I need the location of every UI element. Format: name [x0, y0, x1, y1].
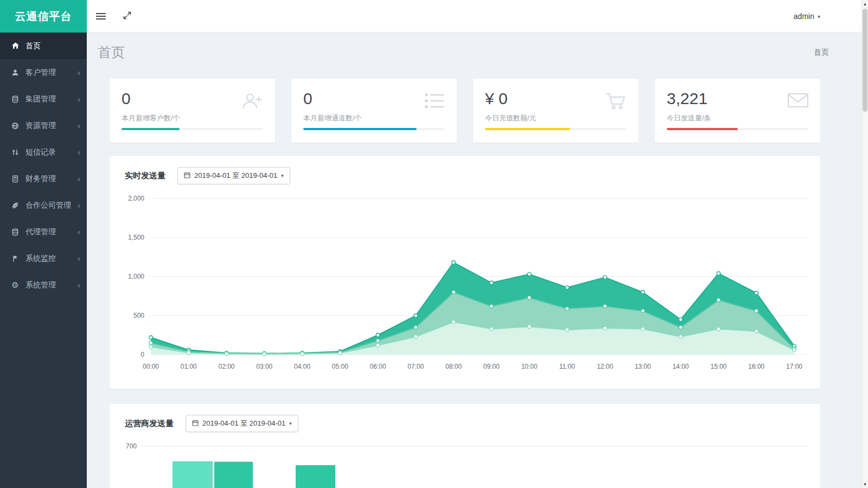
calendar-icon: [184, 172, 190, 180]
date-range-picker[interactable]: 2019-04-01 至 2019-04-01 ▾: [177, 167, 290, 184]
sidebar-item-agents[interactable]: 代理管理 ‹: [0, 219, 87, 245]
expand-icon: [123, 11, 132, 22]
gears-icon: ⚙: [10, 281, 21, 289]
sidebar-item-partners[interactable]: 合作公司管理 ‹: [0, 192, 87, 219]
sidebar-item-label: 财务管理: [25, 174, 56, 184]
chevron-left-icon: ‹: [78, 148, 80, 156]
sidebar-item-label: 系统管理: [25, 280, 56, 290]
user-plus-icon: [241, 92, 264, 113]
realtime-chart-card: 实时发送量 2019-04-01 至 2019-04-01 ▾ 05001,00…: [110, 156, 820, 389]
svg-text:01:00: 01:00: [181, 363, 197, 370]
caret-down-icon: ▾: [281, 173, 284, 178]
svg-text:07:00: 07:00: [407, 363, 424, 370]
svg-text:500: 500: [133, 312, 144, 319]
sidebar-item-resources[interactable]: 资源管理 ‹: [0, 112, 87, 139]
progress-fill: [667, 128, 738, 130]
sidebar-item-finance[interactable]: 财务管理 ‹: [0, 165, 87, 192]
progress-track: [122, 128, 263, 130]
chevron-left-icon: ‹: [78, 281, 80, 289]
sidebar-item-label: 集团管理: [25, 94, 56, 104]
scrollbar-thumb[interactable]: [863, 9, 867, 112]
chevron-left-icon: ‹: [78, 201, 80, 209]
page-title: 首页: [98, 43, 125, 61]
flag-icon: [10, 255, 21, 262]
sidebar-item-groups[interactable]: 集团管理 ‹: [0, 86, 87, 112]
stat-card-new-channels: 0 本月新增通道数/个: [291, 79, 457, 143]
stat-label: 本月新增通道数/个: [303, 113, 445, 123]
svg-text:03:00: 03:00: [256, 363, 272, 370]
stat-card-new-customers: 0 本月新增客户数/个: [110, 79, 275, 143]
main-content: 首页 首页 0 本月新增客户数/个 0 本月新增通道数/个: [87, 33, 868, 488]
sidebar-item-label: 资源管理: [25, 121, 56, 131]
svg-text:00:00: 00:00: [143, 363, 159, 370]
stat-label: 本月新增客户数/个: [122, 113, 263, 123]
svg-text:08:00: 08:00: [445, 363, 462, 370]
date-range-picker[interactable]: 2019-04-01 至 2019-04-01 ▾: [186, 415, 298, 432]
progress-track: [667, 128, 808, 130]
sidebar-item-home[interactable]: 首页: [0, 33, 87, 59]
svg-text:11:00: 11:00: [559, 363, 575, 370]
date-range-text: 2019-04-01 至 2019-04-01: [194, 171, 277, 181]
stat-cards-row: 0 本月新增客户数/个 0 本月新增通道数/个: [110, 79, 820, 143]
svg-text:14:00: 14:00: [673, 363, 689, 370]
svg-text:12:00: 12:00: [597, 363, 613, 370]
date-range-text: 2019-04-01 至 2019-04-01: [202, 419, 285, 428]
stat-card-sent-today: 3,221 今日发送量/条: [655, 79, 820, 143]
database-icon: [10, 95, 21, 103]
caret-down-icon: ▾: [289, 421, 292, 426]
sidebar-item-system[interactable]: ⚙ 系统管理 ‹: [0, 272, 87, 298]
fullscreen-button[interactable]: [115, 0, 139, 33]
sidebar-item-label: 短信记录: [25, 147, 56, 157]
svg-text:2,000: 2,000: [128, 195, 144, 202]
svg-text:1,500: 1,500: [128, 234, 144, 241]
calendar-icon: [192, 420, 199, 428]
svg-text:06:00: 06:00: [370, 363, 386, 370]
chevron-left-icon: ‹: [78, 175, 80, 183]
sidebar-item-label: 代理管理: [25, 227, 56, 237]
scroll-down-icon[interactable]: ▼: [862, 481, 868, 487]
calculator-icon: [10, 175, 21, 183]
brand-logo: 云通信平台: [0, 0, 87, 33]
stat-label: 今日发送量/条: [667, 113, 808, 123]
chevron-left-icon: ‹: [78, 228, 80, 236]
breadcrumb-home-link[interactable]: 首页: [814, 48, 829, 57]
sidebar-item-label: 系统监控: [25, 254, 56, 264]
sidebar-item-label: 合作公司管理: [25, 201, 71, 210]
database-icon: [10, 228, 21, 236]
chevron-left-icon: ‹: [78, 254, 80, 262]
progress-fill: [303, 128, 417, 130]
cart-icon: [605, 92, 628, 113]
svg-text:1,000: 1,000: [128, 273, 144, 280]
sidebar-item-customers[interactable]: 客户管理 ‹: [0, 59, 87, 86]
hamburger-icon: [96, 11, 106, 21]
sort-icon: [10, 149, 21, 156]
svg-text:10:00: 10:00: [521, 363, 538, 370]
progress-fill: [122, 128, 180, 130]
user-icon: [10, 69, 21, 76]
vertical-scrollbar[interactable]: ▲ ▼: [861, 0, 868, 488]
topbar: admin ▾: [87, 0, 868, 33]
stat-label: 今日充值数额/元: [485, 113, 627, 123]
user-dropdown[interactable]: admin ▾: [794, 0, 820, 33]
chart-header: 运营商发送量 2019-04-01 至 2019-04-01 ▾: [125, 415, 298, 432]
chevron-left-icon: ‹: [78, 121, 80, 130]
chart-header: 实时发送量 2019-04-01 至 2019-04-01 ▾: [125, 167, 290, 184]
sidebar-item-monitoring[interactable]: 系统监控 ‹: [0, 245, 87, 272]
progress-fill: [485, 128, 570, 130]
svg-text:17:00: 17:00: [786, 363, 802, 370]
menu-toggle-button[interactable]: [89, 0, 113, 33]
operator-chart-card: 运营商发送量 2019-04-01 至 2019-04-01 ▾ 700: [110, 404, 820, 488]
sidebar-item-sms-records[interactable]: 短信记录 ‹: [0, 139, 87, 165]
svg-text:16:00: 16:00: [748, 363, 764, 370]
sidebar: 首页 客户管理 ‹ 集团管理 ‹ 资源管理 ‹: [0, 33, 87, 488]
chart-title: 运营商发送量: [125, 419, 174, 429]
svg-text:15:00: 15:00: [710, 363, 726, 370]
scroll-up-icon[interactable]: ▲: [862, 1, 868, 7]
svg-text:700: 700: [126, 442, 137, 450]
chevron-left-icon: ‹: [78, 95, 80, 103]
list-icon: [423, 92, 446, 112]
home-icon: [10, 42, 21, 50]
chevron-left-icon: ‹: [78, 68, 80, 76]
svg-text:13:00: 13:00: [635, 363, 651, 370]
chart-title: 实时发送量: [125, 171, 165, 181]
